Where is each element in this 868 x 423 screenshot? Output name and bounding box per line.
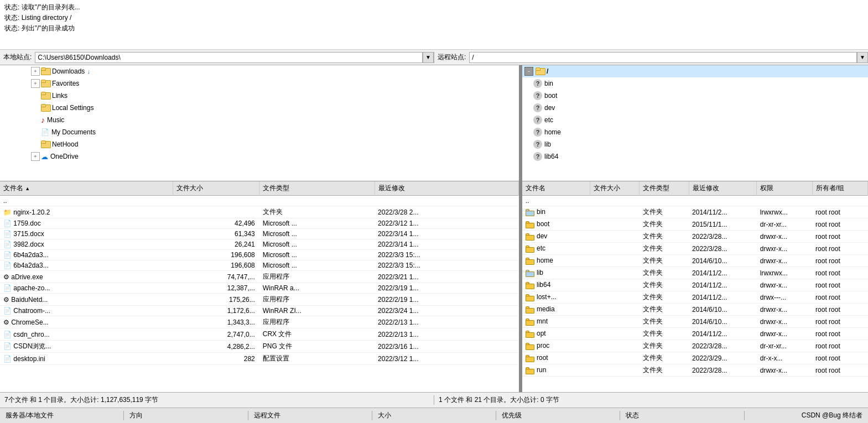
local-file-row[interactable]: 📄 6b4a2da3... 196,608 Microsoft ... 2022…: [0, 260, 519, 271]
remote-tree-root[interactable]: − /: [522, 65, 868, 77]
remote-table-header: 文件名 文件大小 文件类型 最近修改 权限 所有者/组: [522, 181, 868, 196]
th-remote-size[interactable]: 文件大小: [590, 181, 640, 196]
local-path-input[interactable]: [35, 52, 423, 63]
remote-file-row[interactable]: ..: [522, 196, 868, 206]
tree-row-5[interactable]: 📄 My Documents: [0, 126, 519, 138]
remote-boot[interactable]: ? boot: [522, 90, 868, 102]
th-remote-owner[interactable]: 所有者/组: [812, 181, 867, 196]
tree-row-3[interactable]: Local Settings: [0, 102, 519, 114]
left-pane: + Downloads ↓ + Favorites Links: [0, 65, 520, 392]
remote-file-tbody: .. bin 文件夹 2014/11/2... lrwxrwx... root …: [522, 196, 868, 377]
th-remote-name[interactable]: 文件名: [522, 181, 590, 196]
remote-file-row[interactable]: bin 文件夹 2014/11/2... lrwxrwx... root roo…: [522, 206, 868, 218]
tree-row-1[interactable]: + Favorites: [0, 77, 519, 90]
remote-summary: 1 个文件 和 21 个目录。大小总计: 0 字节: [434, 395, 868, 405]
tree-row-6[interactable]: NetHood: [0, 138, 519, 150]
remote-file-table: 文件名 文件大小 文件类型 最近修改 权限 所有者/组 .. bin: [522, 181, 868, 377]
tree-label-fav: Favorites: [52, 80, 79, 87]
qmark-lib64: ?: [533, 152, 542, 161]
remote-path-section: 远程站点: ▼: [434, 52, 868, 63]
local-file-row[interactable]: ⚙ BaiduNetd... 175,26... 应用程序 2022/2/19 …: [0, 294, 519, 306]
remote-lib[interactable]: ? lib: [522, 138, 868, 150]
footer-watermark: CSDN @Bug 终结者: [745, 411, 868, 420]
local-file-row[interactable]: 📄 6b4a2da3... 196,608 Microsoft ... 2022…: [0, 250, 519, 260]
local-file-row[interactable]: 📄 csdn_chro... 2,747,0... CRX 文件 2022/2/…: [0, 328, 519, 341]
remote-file-row[interactable]: home 文件夹 2014/6/10... drwxr-x... root ro…: [522, 255, 868, 267]
remote-file-row[interactable]: media 文件夹 2014/6/10... drwxr-x... root r…: [522, 304, 868, 316]
th-local-date[interactable]: 最近修改: [375, 181, 518, 196]
local-file-row[interactable]: 📄 3715.docx 61,343 Microsoft ... 2022/3/…: [0, 229, 519, 239]
local-path-section: 本地站点: ▼: [0, 52, 434, 63]
qmark-bin: ?: [533, 79, 542, 88]
remote-file-row[interactable]: lib 文件夹 2014/11/2... lrwxrwx... root roo…: [522, 267, 868, 279]
qmark-boot: ?: [533, 91, 542, 100]
bottom-status-bar: 7个文件 和 1 个目录。大小总计: 1,127,635,119 字节 1 个文…: [0, 392, 868, 408]
remote-file-row[interactable]: lib64 文件夹 2014/11/2... drwxr-x... root r…: [522, 279, 868, 291]
footer-col1: 服务器/本地文件: [0, 411, 124, 420]
remote-file-row[interactable]: etc 文件夹 2022/3/28... drwxr-x... root roo…: [522, 243, 868, 255]
tree-label-ls: Local Settings: [52, 104, 93, 112]
th-remote-perm[interactable]: 权限: [757, 181, 812, 196]
tree-row-4[interactable]: ♪ Music: [0, 114, 519, 126]
tree-label-links: Links: [52, 92, 67, 100]
remote-file-row[interactable]: proc 文件夹 2022/3/28... dr-xr-xr... root r…: [522, 340, 868, 352]
footer-bar: 服务器/本地文件 方向 远程文件 大小 优先级 状态 CSDN @Bug 终结者: [0, 408, 868, 423]
tree-label: Downloads: [52, 67, 85, 75]
remote-file-row[interactable]: lost+... 文件夹 2014/11/2... drwx---... roo…: [522, 291, 868, 304]
local-file-row[interactable]: 📄 3982.docx 26,241 Microsoft ... 2022/3/…: [0, 239, 519, 250]
th-local-type[interactable]: 文件类型: [259, 181, 375, 196]
local-file-row[interactable]: 📄 Chatroom-... 1,172,6... WinRAR ZI... 2…: [0, 306, 519, 316]
local-file-table: 文件名 ▲ 文件大小 文件类型 最近修改 .. 📁 nginx-1.20.2 文…: [0, 181, 519, 365]
local-file-row[interactable]: 📄 desktop.ini 282 配置设置 2022/3/12 1...: [0, 353, 519, 365]
local-file-row[interactable]: 📁 nginx-1.20.2 文件夹 2022/3/28 2...: [0, 206, 519, 218]
download-badge: ↓: [87, 68, 90, 75]
local-path-label: 本地站点:: [0, 53, 35, 62]
qmark-etc: ?: [533, 116, 542, 124]
local-file-row[interactable]: ⚙ ChromeSe... 1,343,3... 应用程序 2022/2/13 …: [0, 316, 519, 328]
footer-col5: 优先级: [496, 411, 620, 420]
tree-row-0[interactable]: + Downloads ↓: [0, 65, 519, 77]
th-remote-date[interactable]: 最近修改: [689, 181, 757, 196]
expand-icon-root[interactable]: −: [524, 67, 533, 76]
expand-icon-od[interactable]: +: [31, 152, 40, 161]
remote-path-dropdown[interactable]: ▼: [857, 52, 868, 63]
footer-col6: 状态: [620, 411, 744, 420]
expand-icon[interactable]: +: [31, 67, 40, 76]
remote-file-row[interactable]: mnt 文件夹 2014/6/10... drwxr-x... root roo…: [522, 316, 868, 328]
remote-lib64[interactable]: ? lib64: [522, 150, 868, 163]
th-remote-type[interactable]: 文件类型: [640, 181, 689, 196]
tree-label-lib64: lib64: [544, 153, 558, 160]
tree-label-bin: bin: [544, 80, 553, 87]
remote-etc[interactable]: ? etc: [522, 114, 868, 126]
tree-row-7[interactable]: + ☁ OneDrive: [0, 150, 519, 163]
remote-file-row[interactable]: opt 文件夹 2014/11/2... drwxr-x... root roo…: [522, 328, 868, 340]
sort-indicator: ▲: [25, 186, 30, 191]
local-summary: 7个文件 和 1 个目录。大小总计: 1,127,635,119 字节: [0, 395, 434, 405]
local-file-row[interactable]: 📄 apache-zo... 12,387,... WinRAR a... 20…: [0, 283, 519, 294]
remote-file-row[interactable]: run 文件夹 2022/3/28... drwxr-x... root roo…: [522, 364, 868, 377]
remote-path-label: 远程站点:: [434, 53, 469, 62]
tree-label-etc: etc: [544, 116, 553, 124]
footer-col4: 大小: [372, 411, 496, 420]
remote-bin[interactable]: ? bin: [522, 77, 868, 90]
remote-file-row[interactable]: dev 文件夹 2022/3/28... drwxr-x... root roo…: [522, 231, 868, 243]
remote-file-row[interactable]: boot 文件夹 2015/11/1... dr-xr-xr... root r…: [522, 218, 868, 231]
doc-icon: 📄: [41, 128, 49, 136]
local-file-tbody: .. 📁 nginx-1.20.2 文件夹 2022/3/28 2... 📄 1…: [0, 196, 519, 365]
tree-row-2[interactable]: Links: [0, 90, 519, 102]
remote-file-row[interactable]: root 文件夹 2022/3/29... dr-x-x... root roo…: [522, 352, 868, 364]
tree-label-nethood: NetHood: [52, 140, 78, 148]
remote-home[interactable]: ? home: [522, 126, 868, 138]
th-local-size[interactable]: 文件大小: [173, 181, 259, 196]
local-file-row[interactable]: 📄 1759.doc 42,496 Microsoft ... 2022/3/1…: [0, 218, 519, 229]
local-file-row[interactable]: ⚙ aDrive.exe 74,747,... 应用程序 2022/3/21 1…: [0, 271, 519, 283]
local-path-dropdown[interactable]: ▼: [423, 52, 434, 63]
remote-path-input[interactable]: [469, 52, 857, 63]
local-file-row[interactable]: ..: [0, 196, 519, 206]
th-local-name[interactable]: 文件名 ▲: [0, 181, 173, 196]
remote-dev[interactable]: ? dev: [522, 102, 868, 114]
status-bar: 状态: 读取"/"的目录列表... 状态: Listing directory …: [0, 0, 868, 50]
tree-label-home: home: [544, 128, 561, 136]
local-file-row[interactable]: 📄 CSDN浏览... 4,286,2... PNG 文件 2022/3/16 …: [0, 341, 519, 353]
expand-icon-fav[interactable]: +: [31, 79, 40, 88]
